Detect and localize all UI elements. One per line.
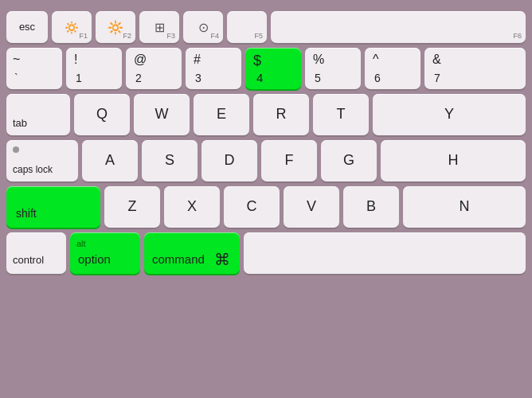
f6-label: F6	[513, 32, 522, 40]
b-label: B	[366, 199, 376, 215]
dollar-top: $	[253, 53, 261, 69]
z-label: Z	[128, 199, 137, 215]
x-label: X	[187, 199, 197, 215]
5-key[interactable]: % 5	[305, 48, 361, 89]
option-label: option	[78, 252, 111, 266]
z-key[interactable]: Z	[104, 186, 160, 228]
r-key[interactable]: R	[253, 94, 309, 135]
3-bottom: 3	[195, 72, 201, 84]
w-key[interactable]: W	[134, 94, 190, 135]
command-key[interactable]: command ⌘	[144, 232, 240, 274]
g-key[interactable]: G	[321, 140, 377, 181]
h-label: H	[448, 153, 459, 169]
2-key[interactable]: @ 2	[126, 48, 182, 89]
control-label: control	[13, 254, 44, 266]
6-key[interactable]: ^ 6	[365, 48, 421, 89]
c-label: C	[247, 199, 257, 215]
v-key[interactable]: V	[284, 186, 339, 228]
at-top: @	[134, 53, 147, 67]
n-label: N	[460, 199, 470, 215]
f1-label: F1	[79, 32, 88, 40]
x-key[interactable]: X	[164, 186, 220, 228]
h-key[interactable]: H	[381, 140, 526, 181]
e-label: E	[217, 107, 226, 123]
alt-sublabel: alt	[76, 239, 86, 248]
1-key[interactable]: ! 1	[66, 48, 122, 89]
bottom-key-row: control alt option command ⌘	[6, 232, 526, 274]
4-key[interactable]: $ 4	[245, 48, 301, 89]
function-key-row: esc 🔅 F1 🔆 F2 ⊞ F3 ⊙ F4 F5 F6	[6, 11, 526, 43]
f5-key[interactable]: F5	[227, 11, 267, 43]
number-key-row: ~ ` ! 1 @ 2 # 3 $ 4 % 5 ^ 6 & 7	[6, 48, 526, 89]
control-key[interactable]: control	[6, 232, 66, 274]
tab-key[interactable]: tab	[6, 94, 70, 135]
g-label: G	[343, 153, 354, 169]
keyboard: esc 🔅 F1 🔆 F2 ⊞ F3 ⊙ F4 F5 F6 ~ `	[0, 0, 532, 398]
f1-key[interactable]: 🔅 F1	[52, 11, 92, 43]
f3-label: F3	[166, 32, 175, 40]
amp-top: &	[432, 53, 441, 67]
n-key[interactable]: N	[403, 186, 526, 228]
a-label: A	[105, 153, 115, 169]
4-bottom: 4	[256, 71, 263, 84]
7-key[interactable]: & 7	[424, 48, 526, 89]
f5-label: F5	[254, 32, 263, 40]
3-key[interactable]: # 3	[186, 48, 241, 89]
backtick-bottom: `	[14, 72, 18, 84]
f-key[interactable]: F	[261, 140, 317, 181]
f6-key[interactable]: F6	[271, 11, 526, 43]
q-label: Q	[96, 107, 108, 123]
6-bottom: 6	[374, 72, 381, 84]
2-bottom: 2	[135, 72, 142, 84]
c-key[interactable]: C	[224, 186, 280, 228]
t-key[interactable]: T	[313, 94, 369, 135]
a-key[interactable]: A	[82, 140, 138, 181]
1-bottom: 1	[76, 72, 82, 84]
y-key[interactable]: Y	[373, 94, 526, 135]
shift-key-row: shift Z X C V B N	[6, 186, 526, 228]
f4-key[interactable]: ⊙ F4	[183, 11, 223, 43]
f2-label: F2	[123, 32, 131, 40]
command-symbol: ⌘	[214, 250, 230, 269]
tilde-key[interactable]: ~ `	[6, 48, 62, 89]
b-key[interactable]: B	[343, 186, 399, 228]
spacebar-key[interactable]	[244, 232, 526, 274]
brightness-down-icon: 🔅	[64, 20, 80, 35]
shift-left-label: shift	[16, 207, 37, 220]
command-label: command	[152, 252, 205, 266]
5-bottom: 5	[315, 72, 321, 84]
t-label: T	[337, 107, 346, 123]
capslock-key[interactable]: caps lock	[6, 140, 78, 181]
e-key[interactable]: E	[194, 94, 249, 135]
tab-label: tab	[13, 117, 27, 129]
capslock-label: caps lock	[13, 164, 53, 175]
esc-label: esc	[19, 21, 35, 33]
w-label: W	[155, 107, 169, 123]
exclaim-top: !	[74, 53, 77, 67]
s-key[interactable]: S	[142, 140, 198, 181]
qwerty-key-row: tab Q W E R T Y	[6, 94, 526, 135]
mission-control-icon: ⊞	[155, 20, 165, 35]
y-label: Y	[444, 107, 454, 123]
asdf-key-row: caps lock A S D F G H	[6, 140, 526, 181]
r-label: R	[276, 107, 287, 123]
s-label: S	[165, 153, 174, 169]
esc-key[interactable]: esc	[6, 11, 48, 43]
f3-key[interactable]: ⊞ F3	[139, 11, 179, 43]
hash-top: #	[194, 53, 201, 67]
d-label: D	[225, 153, 235, 169]
brightness-up-icon: 🔆	[108, 20, 123, 35]
capslock-dot	[13, 146, 19, 153]
v-label: V	[307, 199, 316, 215]
shift-left-key[interactable]: shift	[6, 186, 100, 228]
d-key[interactable]: D	[201, 140, 257, 181]
dashboard-icon: ⊙	[198, 20, 209, 35]
tilde-top: ~	[13, 53, 20, 67]
caret-top: ^	[373, 53, 379, 67]
option-key[interactable]: alt option	[70, 232, 140, 274]
percent-top: %	[313, 53, 324, 67]
q-key[interactable]: Q	[74, 94, 130, 135]
f2-key[interactable]: 🔆 F2	[96, 11, 135, 43]
f4-label: F4	[210, 32, 219, 40]
f-label: F	[285, 153, 294, 169]
